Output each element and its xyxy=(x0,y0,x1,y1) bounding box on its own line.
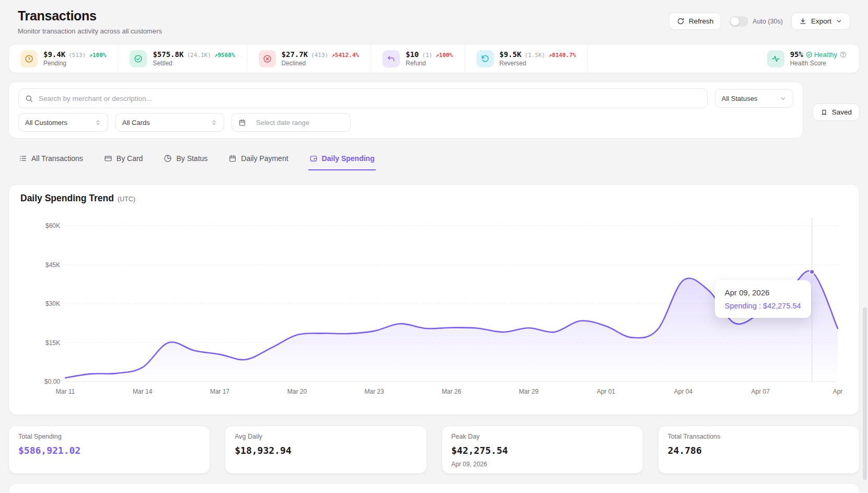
search-box xyxy=(18,88,708,108)
bookmark-icon xyxy=(820,109,828,116)
chevrons-up-down-icon xyxy=(95,119,101,126)
tab-label: All Transactions xyxy=(31,154,83,163)
saved-label: Saved xyxy=(832,108,852,116)
stat-count: (24.1K) xyxy=(187,52,211,59)
stat-value: $27.7K xyxy=(282,50,308,59)
summary-value: $42,275.54 xyxy=(452,445,633,456)
stat-value: $9.4K xyxy=(43,50,65,59)
stat-refund: $10(1)↗100%Refund xyxy=(371,44,465,73)
stat-trend: ↗9568% xyxy=(214,52,235,59)
stat-pending: $9.4K(513)↗100%Pending xyxy=(9,44,118,73)
status-select-value: All Statuses xyxy=(722,95,758,102)
auto-refresh-group: Auto (30s) xyxy=(730,16,783,27)
tab-by-card[interactable]: By Card xyxy=(103,154,144,170)
health-status: Healthy xyxy=(806,51,837,59)
customers-select-value: All Customers xyxy=(25,119,67,127)
stat-text: $9.5K(1.5K)↗8140.7%Reversed xyxy=(500,50,576,67)
summary-label: Total Transactions xyxy=(668,433,850,440)
summary-card-avg-daily: Avg Daily$18,932.94 xyxy=(225,426,426,474)
stat-value: $9.5K xyxy=(500,50,522,59)
rotate-ccw-icon xyxy=(477,50,494,67)
x-circle-icon xyxy=(259,50,276,67)
wallet-card-icon xyxy=(309,154,318,163)
status-select[interactable]: All Statuses xyxy=(715,89,793,108)
tab-daily-payment[interactable]: Daily Payment xyxy=(227,154,289,170)
tooltip-value: Spending : $42,275.54 xyxy=(725,302,801,310)
chart-tooltip: Apr 09, 2026 Spending : $42,275.54 xyxy=(715,280,811,318)
stat-value: $10 xyxy=(406,50,419,59)
highlight-point[interactable] xyxy=(809,270,814,274)
stat-label: Declined xyxy=(282,60,360,67)
stat-count: (1) xyxy=(422,52,433,59)
tab-label: By Card xyxy=(117,154,143,163)
cards-select[interactable]: All Cards xyxy=(115,113,224,132)
x-axis-tick: Apr 07 xyxy=(751,388,770,395)
x-axis-tick: Mar 14 xyxy=(133,388,153,395)
chart-body: $0.00$15K$30K$45K$60KMar 11Mar 14Mar 17M… xyxy=(19,206,849,407)
auto-refresh-toggle[interactable] xyxy=(730,16,748,27)
stat-text: $27.7K(413)↗5412.4%Declined xyxy=(282,50,360,67)
x-axis-tick: Mar 20 xyxy=(287,388,307,395)
health-status-label: Healthy xyxy=(814,51,837,59)
page-subtitle: Monitor transaction activity across all … xyxy=(18,27,162,35)
stat-trend: ↗5412.4% xyxy=(331,52,359,59)
search-input[interactable] xyxy=(38,94,701,103)
stat-label: Reversed xyxy=(500,60,576,67)
filter-row: All Statuses All Customers All Cards xyxy=(8,82,860,139)
export-label: Export xyxy=(811,17,831,25)
download-icon xyxy=(799,17,807,25)
help-icon[interactable] xyxy=(840,51,847,58)
y-axis-tick: $60K xyxy=(45,222,60,230)
refresh-icon xyxy=(677,17,685,25)
cards-select-value: All Cards xyxy=(122,119,150,127)
stat-settled: $575.8K(24.1K)↗9568%Settled xyxy=(118,44,247,73)
refresh-button[interactable]: Refresh xyxy=(669,13,721,30)
tab-label: By Status xyxy=(176,154,207,163)
y-axis-tick: $30K xyxy=(45,300,60,307)
x-axis-tick: Mar 29 xyxy=(519,388,539,395)
x-axis-tick: Mar 26 xyxy=(442,388,461,395)
refresh-label: Refresh xyxy=(689,17,713,25)
stat-label: Refund xyxy=(406,60,453,67)
auto-refresh-label: Auto (30s) xyxy=(753,18,783,25)
x-axis-tick: Apr xyxy=(833,388,843,395)
saved-button[interactable]: Saved xyxy=(813,104,860,121)
y-axis-tick: $15K xyxy=(45,339,60,347)
x-axis-tick: Mar 11 xyxy=(56,388,75,395)
check-circle-icon xyxy=(130,50,147,67)
top-actions: Refresh Auto (30s) Export xyxy=(669,13,850,30)
stat-trend: ↗100% xyxy=(435,52,453,59)
x-axis-tick: Apr 01 xyxy=(597,388,616,395)
search-icon xyxy=(25,95,33,102)
tab-all-transactions[interactable]: All Transactions xyxy=(18,154,84,170)
tab-label: Daily Payment xyxy=(241,154,288,163)
calendar-icon xyxy=(238,119,246,127)
check-circle-icon xyxy=(806,51,813,58)
stat-count: (413) xyxy=(311,52,328,59)
chevron-down-icon xyxy=(836,18,842,25)
scrollbar-thumb[interactable] xyxy=(863,307,867,480)
top-bar: Transactions Monitor transaction activit… xyxy=(0,0,868,35)
stat-count: (1.5K) xyxy=(525,52,546,59)
health-score-value: 95% xyxy=(790,50,803,59)
list-icon xyxy=(19,154,27,163)
export-button[interactable]: Export xyxy=(791,13,850,30)
customers-select[interactable]: All Customers xyxy=(18,113,108,132)
tab-by-status[interactable]: By Status xyxy=(163,154,209,170)
stat-text: $10(1)↗100%Refund xyxy=(406,50,453,67)
summary-label: Total Spending xyxy=(18,433,200,440)
stat-text: $9.4K(513)↗100%Pending xyxy=(43,50,106,67)
y-axis-tick: $45K xyxy=(45,261,60,269)
date-range-picker[interactable]: Select date range xyxy=(232,113,351,132)
tab-daily-spending[interactable]: Daily Spending xyxy=(308,154,376,170)
chart-title-suffix: (UTC) xyxy=(118,196,135,203)
chart-card: Daily Spending Trend (UTC) $0.00$15K$30K… xyxy=(8,184,860,415)
page-title: Transactions xyxy=(18,8,162,24)
header-text: Transactions Monitor transaction activit… xyxy=(18,8,162,35)
summary-value: 24.786 xyxy=(668,445,850,456)
summary-cards: Total Spending$586,921.02Avg Daily$18,93… xyxy=(8,426,860,474)
x-axis-tick: Mar 23 xyxy=(365,388,385,395)
chart-title-row: Daily Spending Trend (UTC) xyxy=(19,193,849,204)
next-section-card xyxy=(8,483,860,493)
date-range-placeholder: Select date range xyxy=(256,119,309,127)
